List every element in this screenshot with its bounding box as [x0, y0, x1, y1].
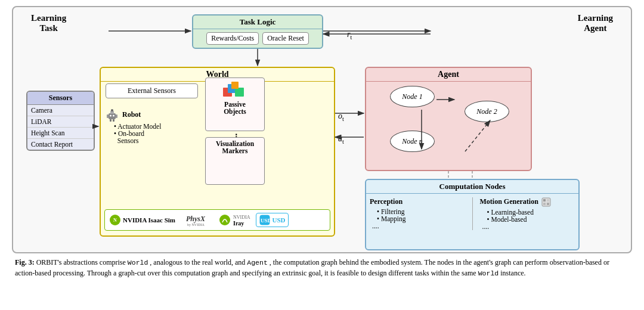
task-logic-title: Task Logic [193, 16, 322, 29]
caption-fig-label: Fig. 3: [15, 258, 35, 266]
usd-label: USD [272, 216, 285, 224]
sensor-lidar: LiDAR [27, 116, 94, 128]
svg-rect-3 [231, 82, 239, 89]
node1-ellipse: Node 1 [390, 86, 435, 107]
motion-gen-title: Motion Generation [480, 197, 575, 207]
robot-icon [106, 108, 119, 122]
iray-label: NVIDIAIray [233, 213, 250, 227]
world-box: World External Sensors PassiveObjects ⋮ [100, 67, 335, 237]
svg-rect-2 [235, 88, 244, 97]
external-sensors-box: External Sensors [106, 83, 198, 98]
comp-nodes-title: Computation Nodes [366, 180, 578, 194]
robot-actuator: • Actuator Model [106, 123, 204, 130]
svg-text:PhysX: PhysX [186, 215, 206, 223]
robot-section: Robot • Actuator Model • On-board Sensor… [106, 108, 204, 144]
nvidia-label: NVIDIA Isaac Sim [123, 216, 175, 224]
learning-task-label: Learning Task [31, 13, 66, 33]
passive-objects-label: PassiveObjects [209, 101, 261, 115]
svg-rect-10 [113, 119, 114, 122]
passive-objects-icon [222, 80, 249, 100]
learning-agent-label: LearningAgent [578, 13, 613, 33]
caption-text2: , analogous to the real world, and [150, 258, 247, 266]
caption-world-code2: World [478, 269, 499, 277]
nvidia-logo: N NVIDIA Isaac Sim [110, 215, 175, 225]
svg-point-12 [113, 115, 114, 117]
comp-nodes-box: Computation Nodes Perception • Filtering… [365, 179, 580, 250]
oracle-reset-item: Oracle Reset [262, 32, 309, 45]
perception-col: Perception • Filtering • Mapping .... [370, 197, 465, 230]
rewards-costs-item: Rewards/Costs [206, 32, 259, 45]
svg-text:by NVIDIA: by NVIDIA [187, 223, 205, 227]
rt-label: rt [347, 30, 352, 41]
nvidia-bar: N NVIDIA Isaac Sim PhysX by NVIDIA NVID [104, 209, 330, 231]
agent-title: Agent [366, 68, 531, 82]
svg-rect-20 [547, 199, 549, 202]
sensors-box: Sensors Camera LiDAR Height Scan Contact… [26, 91, 95, 151]
svg-text:USD: USD [261, 218, 270, 224]
svg-rect-9 [110, 119, 112, 122]
col-divider [472, 197, 473, 230]
task-logic-inner: Rewards/Costs Oracle Reset [193, 29, 322, 48]
diagram-area: Learning Task LearningAgent Task Logic R… [12, 6, 632, 253]
svg-rect-4 [109, 113, 116, 119]
caption-world-code: World [128, 259, 148, 266]
motion-gen-model: • Model-based [480, 216, 575, 223]
motion-gen-dots: .... [480, 223, 575, 230]
ot-label: ot [338, 111, 344, 122]
usd-logo: USD USD [256, 213, 289, 227]
task-logic-box: Task Logic Rewards/Costs Oracle Reset [192, 14, 323, 49]
passive-objects-box: PassiveObjects [205, 78, 265, 131]
svg-rect-21 [543, 203, 546, 205]
physx-icon: PhysX by NVIDIA [186, 213, 210, 227]
noden-ellipse: Node n [390, 131, 435, 152]
iray-icon [218, 213, 231, 227]
comp-nodes-inner: Perception • Filtering • Mapping .... Mo… [366, 194, 578, 234]
caption-agent-code: Agent [247, 259, 268, 266]
robot-onboard: • On-board Sensors [106, 130, 204, 144]
perception-dots: .... [370, 222, 465, 230]
sensors-title: Sensors [27, 92, 94, 105]
svg-point-6 [111, 109, 113, 111]
svg-rect-19 [543, 199, 546, 202]
caption-text4: instance. [500, 269, 525, 277]
sensor-contact: Contact Report [27, 139, 94, 150]
sensor-heightscan: Height Scan [27, 128, 94, 139]
caption: Fig. 3: ORBIT's abstractions comprise Wo… [12, 257, 632, 279]
viz-markers-label: VisualizationMarkers [209, 140, 261, 154]
node2-ellipse: Node 2 [465, 101, 509, 122]
perception-filtering: • Filtering [370, 208, 465, 215]
motion-gen-learning: • Learning-based [480, 209, 575, 216]
svg-rect-22 [547, 203, 549, 205]
main-container: Learning Task LearningAgent Task Logic R… [0, 0, 644, 310]
svg-point-15 [219, 215, 230, 225]
svg-rect-8 [116, 114, 117, 118]
motion-gen-icon [541, 197, 551, 207]
usd-icon: USD [259, 215, 270, 225]
perception-title: Perception [370, 197, 465, 206]
svg-point-11 [110, 115, 112, 117]
svg-rect-7 [107, 114, 109, 118]
perception-mapping: • Mapping [370, 215, 465, 222]
agent-box: Agent Node 1 Node 2 Node n [365, 67, 532, 171]
motion-gen-col: Motion Generation • Learning-based • Mod… [480, 197, 575, 230]
physx-logo: PhysX by NVIDIA [186, 213, 210, 227]
iray-logo: NVIDIAIray [218, 213, 250, 227]
sensor-camera: Camera [27, 105, 94, 116]
nvidia-icon: N [110, 215, 120, 225]
viz-markers-box: VisualizationMarkers [205, 137, 265, 185]
caption-text1: ORBIT's abstractions comprise [36, 258, 128, 266]
at-label: at [338, 134, 344, 145]
